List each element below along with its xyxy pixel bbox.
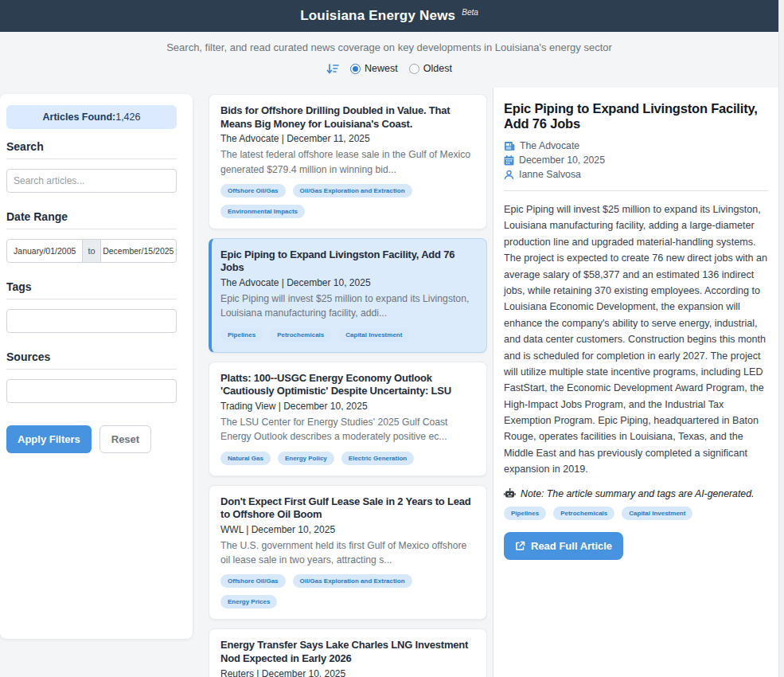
app-header: Louisiana Energy News Beta — [0, 0, 778, 32]
read-full-article-label: Read Full Article — [531, 540, 612, 552]
radio-unchecked-icon — [409, 64, 419, 74]
articles-found-count: 1,426 — [115, 112, 140, 123]
detail-date-row: December 10, 2025 — [504, 155, 768, 166]
person-icon — [504, 170, 514, 180]
date-range-section-label: Date Range — [6, 210, 177, 223]
detail-author-row: Ianne Salvosa — [504, 169, 768, 180]
sort-oldest-label: Oldest — [423, 63, 452, 74]
article-title: Epic Piping to Expand Livingston Facilit… — [220, 248, 475, 275]
detail-meta: The Advocate December 10, 2025 Ianne Sal… — [504, 140, 768, 180]
tag-pill: Offshore Oil/Gas — [220, 184, 286, 198]
search-section-label: Search — [6, 140, 177, 153]
article-title: Bids for Offshore Drilling Doubled in Va… — [220, 104, 475, 131]
article-card[interactable]: Platts: 100--USGC Energy Economy Outlook… — [209, 362, 487, 476]
page-scrollbar[interactable] — [778, 0, 784, 677]
article-title: Energy Transfer Says Lake Charles LNG In… — [220, 639, 475, 665]
divider — [504, 190, 768, 191]
detail-source: The Advocate — [520, 140, 579, 151]
sort-newest-label: Newest — [365, 63, 398, 74]
article-card[interactable]: Energy Transfer Says Lake Charles LNG In… — [209, 628, 487, 677]
app-title: Louisiana Energy News — [300, 8, 455, 24]
detail-date: December 10, 2025 — [519, 155, 605, 166]
tag-pill: Natural Gas — [220, 452, 271, 465]
tag-pill: Capital Investment — [622, 507, 692, 520]
tag-pill: Offshore Oil/Gas — [220, 574, 286, 588]
tag-pill: Environmental Impacts — [220, 205, 305, 218]
date-range-group: to — [6, 239, 177, 263]
tag-pill: Energy Prices — [220, 595, 277, 609]
apply-filters-button[interactable]: Apply Filters — [6, 425, 92, 453]
sources-input[interactable] — [6, 379, 177, 403]
detail-source-row: The Advocate — [504, 140, 768, 151]
article-excerpt: The latest federal offshore lease sale i… — [220, 147, 475, 177]
tag-pill: Energy Policy — [278, 452, 334, 465]
tag-pill: Pipelines — [504, 507, 546, 520]
article-tag-row: Offshore Oil/Gas Oil/Gas Exploration and… — [220, 574, 475, 609]
date-to-input[interactable] — [100, 239, 177, 263]
tag-pill: Pipelines — [220, 328, 263, 342]
beta-badge: Beta — [462, 8, 478, 17]
tag-pill: Oil/Gas Exploration and Extraction — [293, 574, 412, 588]
sort-descending-icon — [326, 63, 339, 75]
divider — [6, 299, 177, 299]
robot-icon — [504, 488, 516, 499]
tag-pill: Petrochemicals — [270, 328, 331, 342]
search-input[interactable] — [6, 169, 177, 193]
articles-found-badge: Articles Found:1,426 — [6, 105, 177, 129]
article-card[interactable]: Bids for Offshore Drilling Doubled in Va… — [209, 94, 487, 229]
article-card[interactable]: Don't Expect First Gulf Lease Sale in 2 … — [209, 485, 487, 620]
article-source-date: Trading View | December 10, 2025 — [220, 401, 475, 412]
tag-pill: Petrochemicals — [553, 507, 614, 520]
detail-tag-row: Pipelines Petrochemicals Capital Investm… — [504, 507, 768, 520]
divider — [6, 369, 177, 370]
date-from-input[interactable] — [6, 239, 83, 263]
date-range-separator: to — [83, 239, 99, 263]
detail-summary: Epic Piping will invest $25 million to e… — [504, 202, 768, 478]
articles-found-label: Articles Found: — [43, 112, 116, 123]
article-tag-row: Offshore Oil/Gas Oil/Gas Exploration and… — [220, 184, 475, 218]
filter-sidebar: Articles Found:1,426 Search Date Range t… — [0, 94, 193, 639]
sources-section-label: Sources — [6, 350, 177, 363]
sort-controls: Newest Oldest — [0, 61, 778, 76]
detail-title: Epic Piping to Expand Livingston Facilit… — [504, 101, 768, 131]
article-source-date: WWL | December 10, 2025 — [220, 524, 475, 535]
calendar-icon — [504, 155, 514, 166]
divider — [6, 229, 177, 229]
external-link-icon — [515, 541, 525, 551]
article-title: Don't Expect First Gulf Lease Sale in 2 … — [220, 495, 475, 522]
article-list: Bids for Offshore Drilling Doubled in Va… — [209, 94, 487, 677]
article-source-date: The Advocate | December 10, 2025 — [220, 277, 475, 288]
article-source-date: The Advocate | December 11, 2025 — [220, 133, 475, 144]
tags-section-label: Tags — [6, 280, 177, 293]
tag-pill: Capital Investment — [338, 328, 409, 342]
article-title: Platts: 100--USGC Energy Economy Outlook… — [220, 372, 475, 398]
ai-note-row: Note: The article summary and tags are A… — [504, 488, 768, 499]
radio-checked-icon — [350, 64, 361, 74]
article-source-date: Reuters | December 10, 2025 — [220, 668, 475, 677]
tag-pill: Electric Generation — [341, 452, 414, 465]
article-excerpt: The LSU Center for Energy Studies' 2025 … — [220, 415, 475, 444]
article-card-selected[interactable]: Epic Piping to Expand Livingston Facilit… — [209, 238, 487, 353]
app-subtitle: Search, filter, and read curated news co… — [0, 41, 778, 53]
newspaper-icon — [504, 141, 515, 151]
read-full-article-button[interactable]: Read Full Article — [504, 532, 623, 560]
reset-button[interactable]: Reset — [99, 425, 151, 453]
tag-pill: Oil/Gas Exploration and Extraction — [293, 184, 412, 198]
ai-note-text: Note: The article summary and tags are A… — [521, 488, 754, 499]
article-excerpt: Epic Piping will invest $25 million to e… — [220, 292, 475, 321]
detail-author: Ianne Salvosa — [519, 169, 581, 180]
article-tag-row: Natural Gas Energy Policy Electric Gener… — [220, 452, 475, 465]
article-detail-panel: Epic Piping to Expand Livingston Facilit… — [493, 88, 778, 677]
sort-newest-radio[interactable]: Newest — [350, 63, 398, 74]
tags-input[interactable] — [6, 309, 177, 333]
divider — [6, 158, 177, 159]
article-tag-row: Pipelines Petrochemicals Capital Investm… — [220, 328, 475, 342]
sort-oldest-radio[interactable]: Oldest — [409, 63, 452, 74]
article-excerpt: The U.S. government held its first Gulf … — [220, 538, 475, 568]
